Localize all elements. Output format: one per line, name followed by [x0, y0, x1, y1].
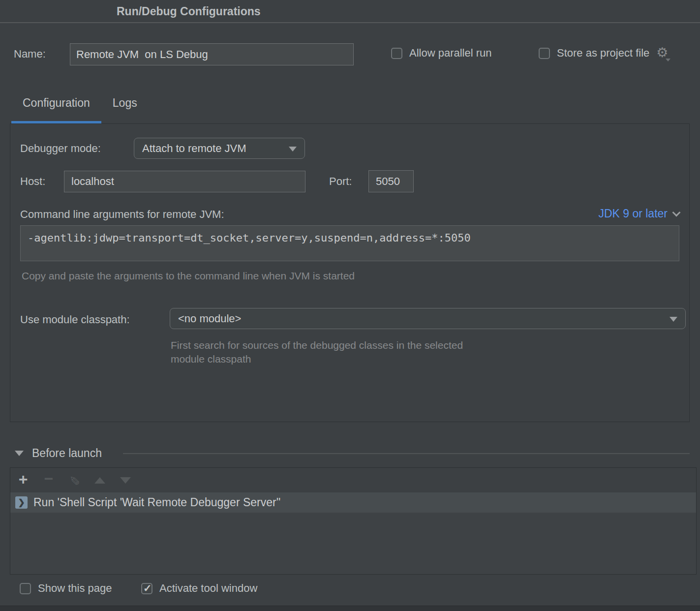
module-classpath-label: Use module classpath: [20, 313, 130, 326]
debugger-mode-dropdown[interactable]: Attach to remote JVM [134, 138, 305, 159]
jdk-version-selector[interactable]: JDK 9 or later [598, 207, 679, 220]
run-debug-configurations-dialog: Run/Debug Configurations Name: Allow par… [0, 0, 700, 611]
store-as-project-file-checkbox[interactable] [539, 48, 550, 59]
show-this-page-option[interactable]: Show this page [20, 582, 112, 595]
before-launch-divider [123, 453, 690, 454]
collapse-triangle-icon[interactable] [15, 451, 24, 456]
module-classpath-hint: First search for sources of the debugged… [171, 338, 463, 366]
module-classpath-dropdown[interactable]: <no module> [170, 308, 686, 329]
host-label: Host: [20, 175, 45, 188]
move-down-button[interactable] [113, 468, 138, 492]
cmdline-arguments-field[interactable]: -agentlib:jdwp=transport=dt_socket,serve… [20, 225, 679, 261]
plus-icon: + [19, 470, 28, 489]
cmdline-label: Command line arguments for remote JVM: [20, 208, 224, 221]
edit-task-button[interactable]: ✎ [61, 468, 87, 492]
pencil-icon: ✎ [66, 475, 82, 486]
add-task-button[interactable]: + [10, 468, 36, 492]
show-this-page-checkbox[interactable] [20, 583, 31, 594]
allow-parallel-run-checkbox[interactable] [391, 48, 402, 59]
gear-icon[interactable]: ⚙ [656, 47, 668, 59]
task-row-run-shell-script[interactable]: ❯ Run 'Shell Script 'Wait Remote Debugge… [10, 492, 696, 513]
before-launch-panel: + − ✎ ❯ Run 'Shell Script 'Wait Remote D… [10, 467, 697, 575]
before-launch-task-list: ❯ Run 'Shell Script 'Wait Remote Debugge… [10, 492, 696, 574]
store-as-project-file-label: Store as project file [557, 47, 649, 60]
activate-tool-window-option[interactable]: Activate tool window [141, 582, 257, 595]
arrow-up-icon [94, 477, 105, 484]
jdk-version-value: JDK 9 or later [598, 207, 668, 220]
port-label: Port: [329, 175, 352, 188]
chevron-down-icon [672, 208, 681, 216]
before-launch-header[interactable]: Before launch [15, 447, 102, 460]
port-input[interactable] [368, 170, 414, 192]
debugger-mode-value: Attach to remote JVM [142, 142, 246, 155]
page-title: Run/Debug Configurations [117, 5, 261, 18]
run-icon: ❯ [15, 496, 28, 509]
minus-icon: − [44, 470, 54, 488]
move-up-button[interactable] [87, 468, 113, 492]
tab-logs[interactable]: Logs [101, 96, 149, 123]
name-input[interactable] [70, 43, 354, 65]
before-launch-toolbar: + − ✎ [10, 468, 696, 492]
title-bar: Run/Debug Configurations [0, 0, 700, 23]
window-bottom-edge [0, 606, 700, 611]
chevron-down-icon [670, 317, 677, 322]
tab-bar: Configuration Logs [11, 96, 149, 123]
name-label: Name: [14, 48, 46, 61]
remove-task-button[interactable]: − [36, 468, 61, 492]
tab-configuration[interactable]: Configuration [11, 96, 101, 123]
chevron-down-icon [289, 147, 297, 152]
arrow-down-icon [120, 477, 131, 484]
module-classpath-value: <no module> [178, 312, 241, 325]
cmdline-hint: Copy and paste the arguments to the comm… [22, 270, 355, 282]
activate-tool-window-label: Activate tool window [159, 582, 257, 595]
task-row-label: Run 'Shell Script 'Wait Remote Debugger … [33, 496, 280, 509]
store-as-project-file-option[interactable]: Store as project file ⚙ [539, 47, 669, 60]
allow-parallel-run-label: Allow parallel run [409, 47, 492, 60]
configuration-panel: Debugger mode: Attach to remote JVM Host… [10, 123, 690, 422]
debugger-mode-label: Debugger mode: [20, 142, 101, 155]
host-input[interactable] [64, 171, 305, 192]
activate-tool-window-checkbox[interactable] [141, 583, 152, 594]
allow-parallel-run-option[interactable]: Allow parallel run [391, 47, 492, 60]
show-this-page-label: Show this page [38, 582, 112, 595]
before-launch-title: Before launch [32, 447, 102, 460]
